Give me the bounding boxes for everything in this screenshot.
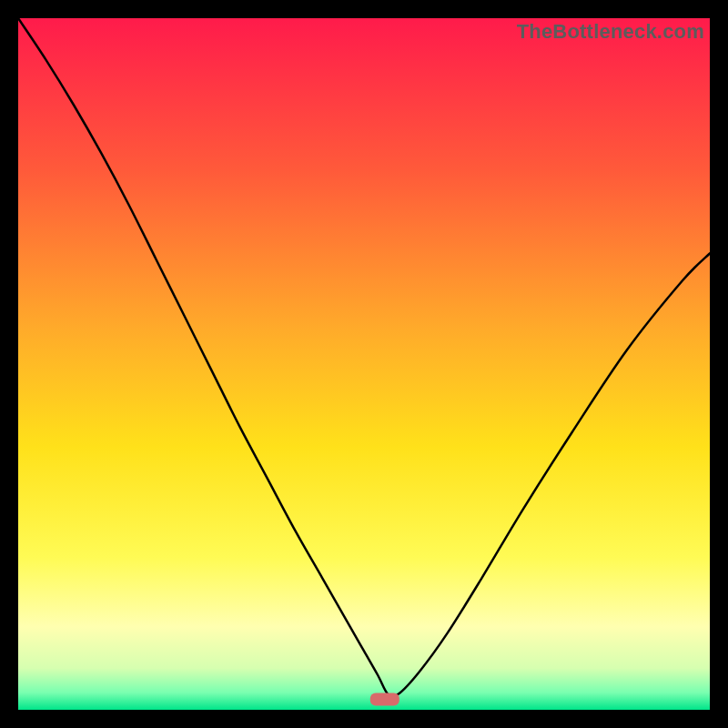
bottleneck-chart (18, 18, 710, 710)
chart-frame: TheBottleneck.com (0, 0, 728, 728)
gradient-background (18, 18, 710, 710)
watermark-label: TheBottleneck.com (517, 20, 704, 44)
plot-area: TheBottleneck.com (18, 18, 710, 710)
optimal-marker (370, 693, 399, 706)
